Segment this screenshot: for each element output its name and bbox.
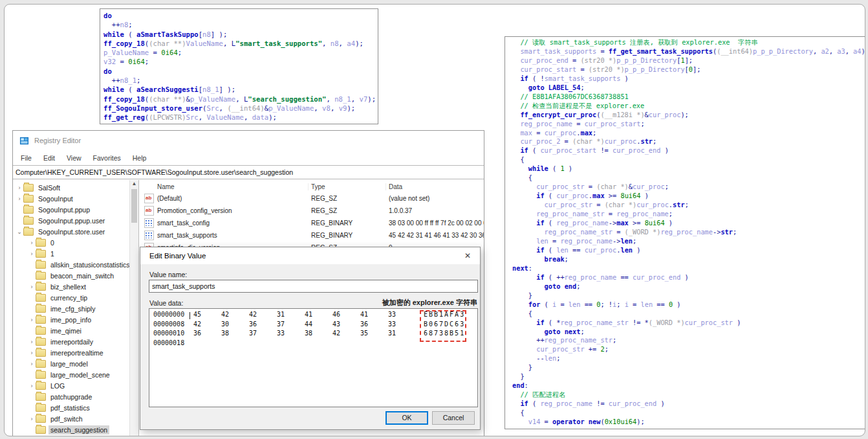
code-token: ] ); bbox=[219, 85, 236, 93]
tree-item-allskin_statusiconstatistics[interactable]: allskin_statusiconstatistics bbox=[13, 259, 129, 270]
value-data: 45 42 42 31 41 46 41 33 42 30 36 37 44 4… bbox=[386, 232, 484, 239]
chevron-right-icon[interactable]: › bbox=[28, 350, 36, 356]
tree-item-ime_qimei[interactable]: ime_qimei bbox=[13, 325, 129, 336]
value-row-promotion_config_version[interactable]: Promotion_config_versionREG_SZ1.0.0.37 bbox=[139, 205, 484, 217]
cancel-button[interactable]: Cancel bbox=[432, 411, 475, 425]
hex-byte: 38 bbox=[221, 330, 229, 337]
tree-item-large_model_scene[interactable]: large_model_scene bbox=[13, 369, 129, 380]
code-line: } bbox=[512, 291, 865, 300]
tree-item-biz_shellext[interactable]: ›biz_shellext bbox=[13, 281, 129, 292]
close-icon[interactable]: ✕ bbox=[462, 250, 473, 262]
tree-item-beacon_main_switch[interactable]: beacon_main_switch bbox=[13, 270, 129, 281]
tree-item-sogouinput[interactable]: ›SogouInput bbox=[13, 193, 129, 204]
tree-item-pdf_switch[interactable]: ›pdf_switch bbox=[13, 413, 129, 424]
chevron-right-icon[interactable]: › bbox=[28, 240, 36, 246]
hex-byte: 37 bbox=[249, 330, 257, 337]
hex-byte: 44 bbox=[305, 321, 312, 328]
folder-icon bbox=[36, 327, 46, 335]
code-token: { bbox=[512, 155, 525, 163]
chevron-right-icon[interactable]: › bbox=[16, 185, 23, 191]
code-token: len bbox=[569, 300, 581, 308]
code-token: (char **) bbox=[149, 39, 186, 47]
menu-item-view[interactable]: View bbox=[61, 154, 87, 162]
tree-item-currency_tip[interactable]: currency_tip bbox=[13, 292, 129, 303]
menu-item-favorites[interactable]: Favorites bbox=[87, 154, 127, 162]
code-token: = bbox=[532, 129, 545, 137]
tree-item-1[interactable]: ›1 bbox=[13, 248, 129, 259]
column-header-type[interactable]: Type bbox=[309, 183, 386, 190]
hex-row: 00000018 bbox=[149, 339, 477, 349]
code-token bbox=[512, 65, 520, 73]
registry-key-tree: ›SalSoft›SogouInputSogouInput.ppupSogouI… bbox=[13, 180, 129, 436]
code-token: p_p_p_Directory bbox=[753, 47, 813, 55]
folder-icon bbox=[36, 250, 46, 258]
tree-item-sogouinput-ppup[interactable]: SogouInput.ppup bbox=[13, 204, 129, 215]
hex-byte: 36 bbox=[360, 321, 368, 328]
tree-item-salsoft[interactable]: ›SalSoft bbox=[13, 182, 129, 193]
chevron-right-icon[interactable]: › bbox=[28, 361, 36, 367]
chevron-right-icon[interactable]: › bbox=[28, 383, 36, 389]
column-header-name[interactable]: Name bbox=[139, 183, 309, 190]
hex-byte: 43 bbox=[332, 321, 340, 328]
value-row-smart_task_config[interactable]: smart_task_configREG_BINARY38 03 00 00 f… bbox=[139, 217, 484, 229]
tree-item-large_model[interactable]: ›large_model bbox=[13, 358, 129, 369]
hex-editor[interactable]: 000000004542423141464133EBB1AFA300000008… bbox=[149, 308, 478, 407]
menu-item-file[interactable]: File bbox=[13, 154, 38, 162]
value-name: Promotion_config_version bbox=[157, 207, 232, 214]
ok-button[interactable]: OK bbox=[385, 411, 428, 425]
scrollbar-up-icon[interactable]: ▲ bbox=[130, 180, 138, 188]
tree-item-ime_pop_info[interactable]: ›ime_pop_info bbox=[13, 314, 129, 325]
value-name-input[interactable]: smart_task_supports bbox=[149, 280, 478, 293]
chevron-right-icon[interactable]: › bbox=[16, 196, 23, 202]
folder-icon bbox=[36, 360, 46, 368]
menu-item-edit[interactable]: Edit bbox=[38, 154, 61, 162]
code-token bbox=[512, 319, 536, 326]
chevron-right-icon[interactable]: › bbox=[28, 416, 36, 422]
scrollbar-thumb[interactable] bbox=[131, 189, 137, 223]
code-token: if bbox=[536, 192, 544, 199]
code-token bbox=[512, 228, 545, 236]
tree-item-label: pdf_statistics bbox=[49, 403, 92, 412]
tree-item-shell_ext[interactable]: ›shell_ext bbox=[13, 435, 129, 436]
tree-item-imereportdaily[interactable]: ›imereportdaily bbox=[13, 336, 129, 347]
tree-item-0[interactable]: ›0 bbox=[13, 237, 129, 248]
tree-item-patchupgrade[interactable]: patchupgrade bbox=[13, 391, 129, 402]
tree-scrollbar[interactable]: ▲ bbox=[129, 180, 138, 436]
tree-item-sogouinput-ppup-user[interactable]: SogouInput.ppup.user bbox=[13, 215, 129, 226]
menu-item-help[interactable]: Help bbox=[127, 154, 153, 162]
tree-item-sogouinput-store-user[interactable]: ⌄SogouInput.store.user bbox=[13, 226, 129, 237]
code-token bbox=[512, 282, 545, 290]
tree-item-ime_cfg_shiply[interactable]: ime_cfg_shiply bbox=[13, 303, 129, 314]
code-token: n8 bbox=[120, 21, 129, 28]
column-header-data[interactable]: Data bbox=[386, 183, 484, 190]
tree-item-search_suggestion[interactable]: search_suggestion bbox=[13, 424, 129, 435]
code-token: ) bbox=[660, 146, 668, 154]
value-type: REG_BINARY bbox=[309, 232, 386, 239]
chevron-right-icon[interactable]: › bbox=[28, 339, 36, 345]
chevron-right-icon[interactable]: › bbox=[28, 251, 36, 257]
tree-item-pdf_statistics[interactable]: pdf_statistics bbox=[13, 402, 129, 413]
code-line: { bbox=[512, 310, 865, 319]
code-token bbox=[512, 255, 545, 263]
hex-address: 00000008 bbox=[153, 321, 184, 328]
code-line: // 读取 smart_task_supports 注册表, 获取到 explo… bbox=[512, 38, 865, 47]
code-token: (str20 *) bbox=[580, 56, 616, 64]
chevron-right-icon[interactable]: › bbox=[28, 284, 36, 290]
code-line: } bbox=[512, 372, 865, 381]
code-token: ; bbox=[605, 345, 609, 353]
folder-icon bbox=[36, 371, 46, 379]
code-token: ) bbox=[733, 319, 741, 326]
tree-item-imereportrealtime[interactable]: ›imereportrealtime bbox=[13, 347, 129, 358]
code-token: for bbox=[528, 300, 541, 308]
tree-item-label: shell_ext bbox=[49, 436, 79, 437]
code-token: == bbox=[569, 246, 585, 254]
code-line: smart_task_supports = ff_get_smart_task_… bbox=[512, 47, 865, 56]
code-token: p_ValueName bbox=[190, 95, 235, 103]
value-row--default-[interactable]: (Default)REG_SZ(value not set) bbox=[139, 192, 484, 205]
chevron-right-icon[interactable]: › bbox=[28, 317, 36, 323]
code-token: ( ++ bbox=[545, 273, 565, 281]
value-row-smart_task_supports[interactable]: smart_task_supportsREG_BINARY45 42 42 31… bbox=[139, 229, 484, 242]
chevron-down-icon[interactable]: ⌄ bbox=[16, 229, 23, 235]
address-bar[interactable]: Computer\HKEY_CURRENT_USER\SOFTWARE\Sogo… bbox=[13, 165, 484, 179]
tree-item-log[interactable]: ›LOG bbox=[13, 380, 129, 391]
